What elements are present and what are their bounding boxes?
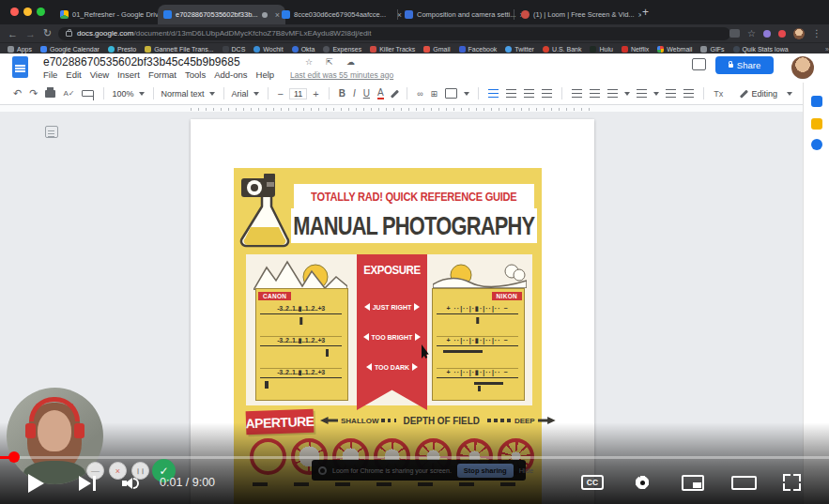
tasks-icon[interactable] bbox=[811, 139, 822, 150]
align-center-button[interactable] bbox=[506, 89, 516, 98]
new-tab-button[interactable]: + bbox=[642, 6, 649, 19]
bookmark-expenses[interactable]: Expenses bbox=[323, 46, 361, 53]
back-button[interactable]: ← bbox=[8, 28, 18, 39]
calendar-icon[interactable] bbox=[811, 96, 822, 107]
menu-format[interactable]: Format bbox=[148, 69, 177, 80]
volume-button[interactable] bbox=[122, 476, 141, 491]
zoom-select[interactable]: 100% bbox=[112, 89, 133, 99]
settings-button[interactable] bbox=[634, 474, 651, 491]
bookmarks-overflow-button[interactable]: » bbox=[825, 46, 829, 53]
tab-close-icon[interactable]: × bbox=[638, 10, 641, 20]
extension-icon[interactable] bbox=[763, 30, 771, 38]
document-title[interactable]: e70288670535602bf33b45c45b9b9685 bbox=[43, 55, 240, 69]
bookmark-gifs[interactable]: GIFs bbox=[700, 46, 724, 53]
traffic-close-icon[interactable] bbox=[10, 8, 19, 16]
bookmark-hulu[interactable]: Hulu bbox=[590, 46, 612, 53]
bookmark-us-bank[interactable]: U.S. Bank bbox=[543, 46, 582, 53]
paint-format-button[interactable] bbox=[82, 90, 94, 97]
font-size-field[interactable]: 11 bbox=[289, 88, 307, 99]
menu-file[interactable]: File bbox=[43, 69, 57, 80]
menu-tools[interactable]: Tools bbox=[185, 69, 206, 80]
insert-link-button[interactable]: ∞ bbox=[417, 89, 422, 99]
bookmark-star-icon[interactable]: ☆ bbox=[747, 28, 756, 38]
tab-composition[interactable]: Composition and camera setti... × bbox=[399, 5, 523, 24]
bookmark-dcs[interactable]: DCS bbox=[223, 46, 246, 53]
bookmark-presto[interactable]: Presto bbox=[108, 46, 136, 53]
text-color-button[interactable]: A bbox=[377, 87, 384, 99]
editing-mode-select[interactable]: Editing bbox=[751, 89, 777, 99]
traffic-zoom-icon[interactable] bbox=[37, 8, 45, 16]
font-size-decrease[interactable]: − bbox=[278, 88, 284, 99]
align-left-button[interactable] bbox=[488, 89, 499, 98]
reload-button[interactable]: ↻ bbox=[43, 27, 52, 39]
cc-button[interactable]: CC bbox=[581, 475, 604, 490]
miniplayer-button[interactable] bbox=[682, 475, 704, 491]
last-edit-link[interactable]: Last edit was 55 minutes ago bbox=[290, 70, 393, 80]
add-comment-button[interactable]: ⊞ bbox=[431, 89, 438, 99]
move-folder-icon[interactable]: ⇱ bbox=[326, 57, 333, 67]
menu-edit[interactable]: Edit bbox=[66, 69, 81, 80]
bookmark-quik-stats[interactable]: Quik Stats Iowa bbox=[733, 46, 789, 53]
font-size-increase[interactable]: + bbox=[313, 88, 318, 99]
line-spacing-button[interactable] bbox=[572, 89, 582, 98]
star-document-icon[interactable]: ☆ bbox=[305, 57, 313, 67]
paragraph-style-select[interactable]: Normal text bbox=[161, 89, 205, 99]
menu-view[interactable]: View bbox=[90, 69, 109, 80]
increase-indent-button[interactable] bbox=[683, 89, 694, 98]
italic-button[interactable]: I bbox=[353, 88, 356, 99]
play-button[interactable] bbox=[28, 474, 44, 493]
loom-recording-icon[interactable] bbox=[778, 30, 786, 38]
insert-image-button[interactable] bbox=[445, 88, 457, 99]
progress-playhead[interactable] bbox=[8, 451, 20, 463]
align-right-button[interactable] bbox=[524, 89, 534, 98]
checklist-button[interactable] bbox=[590, 89, 600, 98]
numbered-list-button[interactable] bbox=[637, 89, 647, 98]
forward-button[interactable]: → bbox=[25, 28, 36, 39]
comment-history-icon[interactable] bbox=[692, 58, 706, 70]
tab-google-drive[interactable]: 01_Refresher - Google Drive × bbox=[54, 5, 167, 24]
share-button[interactable]: Share bbox=[715, 56, 774, 74]
tab-loom[interactable]: (1) | Loom | Free Screen & Vid... × bbox=[515, 5, 641, 24]
align-justify-button[interactable] bbox=[542, 89, 552, 98]
bookmark-gmail[interactable]: Gmail bbox=[423, 46, 450, 53]
traffic-minimize-icon[interactable] bbox=[23, 8, 32, 16]
bookmark-killer-tracks[interactable]: Killer Tracks bbox=[370, 46, 415, 53]
clear-formatting-button[interactable]: Tx bbox=[714, 89, 723, 99]
font-select[interactable]: Arial bbox=[232, 89, 249, 99]
menu-help[interactable]: Help bbox=[256, 69, 275, 80]
menu-addons[interactable]: Add-ons bbox=[214, 69, 247, 80]
print-button[interactable] bbox=[45, 90, 55, 98]
bookmark-wochit[interactable]: Wochit bbox=[253, 46, 283, 53]
bookmark-google-calendar[interactable]: Google Calendar bbox=[40, 46, 100, 53]
bold-button[interactable]: B bbox=[339, 88, 345, 99]
next-button[interactable] bbox=[79, 476, 91, 491]
profile-avatar[interactable] bbox=[793, 28, 805, 39]
bulleted-list-button[interactable] bbox=[607, 89, 618, 98]
fullscreen-button[interactable] bbox=[783, 474, 801, 491]
bookmark-okta[interactable]: Okta bbox=[292, 46, 315, 53]
menu-insert[interactable]: Insert bbox=[117, 69, 140, 80]
underline-button[interactable]: U bbox=[363, 88, 370, 99]
menu-kebab-icon[interactable]: ⋮ bbox=[812, 28, 821, 38]
show-outline-button[interactable] bbox=[45, 126, 58, 138]
account-avatar[interactable] bbox=[791, 56, 814, 79]
media-control-icon[interactable] bbox=[729, 29, 740, 38]
redo-button[interactable]: ↷ bbox=[29, 87, 38, 99]
tab-doc-2[interactable]: 8cce030d6ce679054aafcce... × bbox=[276, 5, 407, 24]
video-progress-bar[interactable] bbox=[0, 456, 829, 459]
bookmark-facebook[interactable]: Facebook bbox=[459, 46, 498, 53]
spellcheck-button[interactable]: A✓ bbox=[63, 89, 74, 98]
decrease-indent-button[interactable] bbox=[666, 89, 676, 98]
bookmark-netflix[interactable]: Netflix bbox=[622, 46, 649, 53]
google-docs-logo[interactable] bbox=[12, 56, 28, 78]
url-field[interactable]: docs.google.com /document/d/13mD6LUbpAdD… bbox=[58, 27, 730, 40]
keep-icon[interactable] bbox=[811, 118, 822, 130]
bookmark-twitter[interactable]: Twitter bbox=[505, 46, 534, 53]
bookmark-apps[interactable]: Apps bbox=[8, 46, 32, 53]
bookmark-gannett[interactable]: Gannett File Trans... bbox=[145, 46, 213, 53]
highlight-pen-icon[interactable] bbox=[391, 89, 399, 98]
theater-mode-button[interactable] bbox=[731, 476, 757, 490]
bookmark-webmail[interactable]: Webmail bbox=[657, 46, 692, 53]
tab-active-doc[interactable]: e70288670535602bf33b... × bbox=[158, 5, 285, 24]
undo-button[interactable]: ↶ bbox=[13, 87, 22, 99]
